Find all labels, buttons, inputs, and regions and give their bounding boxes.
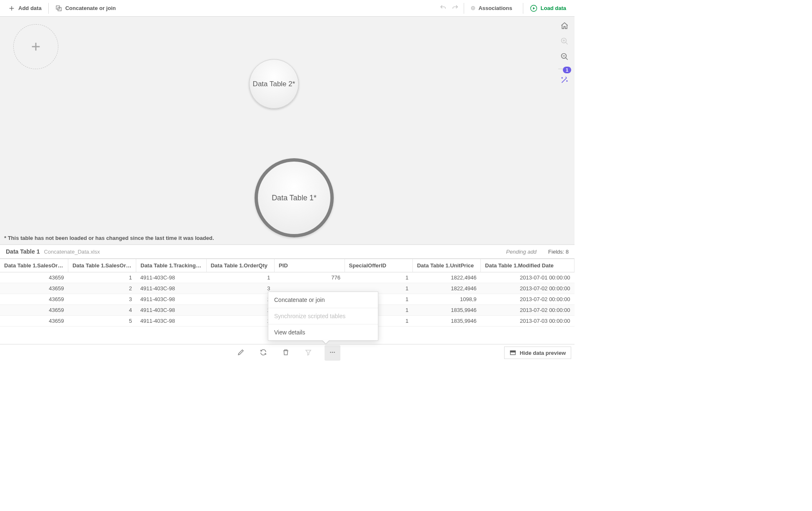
zoom-out-button[interactable] — [560, 52, 569, 62]
filter-button — [302, 346, 315, 360]
table-bubble-1-label: Data Table 1* — [272, 194, 317, 202]
table-cell: 3 — [206, 283, 274, 294]
column-header[interactable]: Data Table 1.Modified Date — [481, 259, 575, 272]
hide-preview-label: Hide data preview — [520, 350, 566, 356]
zoom-out-icon — [560, 52, 569, 61]
trash-icon — [282, 349, 290, 356]
load-data-button[interactable]: Load data — [526, 2, 570, 15]
top-toolbar: Add data Concatenate or join Association… — [0, 0, 575, 17]
table-cell: 2013-07-02 00:00:00 — [481, 305, 575, 316]
table-bubble-1[interactable]: Data Table 1* — [255, 158, 334, 237]
table-cell: 4911-403C-98 — [136, 316, 206, 327]
table-cell: 43659 — [0, 294, 68, 305]
table-bubble-2[interactable]: Data Table 2* — [249, 59, 299, 109]
table-cell: 1 — [206, 305, 274, 316]
wand-icon — [560, 76, 569, 84]
ctx-arrow-icon — [322, 340, 329, 344]
chevron-down-icon — [515, 6, 516, 11]
table-cell: 43659 — [0, 283, 68, 294]
canvas-footnote: * This table has not been loaded or has … — [4, 235, 214, 241]
recommendations-badge: 1 — [563, 67, 571, 73]
table-cell: 4 — [68, 305, 136, 316]
table-cell: 1 — [345, 272, 412, 283]
more-button[interactable] — [325, 345, 340, 361]
redo-button[interactable] — [449, 2, 461, 15]
svg-point-4 — [472, 7, 474, 9]
column-header[interactable]: PID — [275, 259, 345, 272]
context-menu: Concatenate or join Synchronize scripted… — [268, 292, 378, 341]
table-cell: 4911-403C-98 — [136, 294, 206, 305]
table-cell: 2 — [68, 283, 136, 294]
recommendations-button[interactable]: 1 — [560, 76, 569, 85]
concat-join-label: Concatenate or join — [65, 5, 116, 11]
plus-icon — [8, 5, 15, 12]
column-header[interactable]: Data Table 1.SalesOr… — [0, 259, 68, 272]
delete-button[interactable] — [280, 346, 292, 360]
svg-point-20 — [330, 352, 331, 353]
refresh-button[interactable] — [257, 346, 270, 360]
column-header[interactable]: Data Table 1.SalesOr… — [68, 259, 136, 272]
eye-icon — [471, 6, 475, 10]
refresh-icon — [260, 349, 267, 356]
svg-point-17 — [562, 77, 562, 78]
home-button[interactable] — [560, 22, 569, 31]
table-cell: 1098,9 — [412, 294, 480, 305]
table-cell: 43659 — [0, 316, 68, 327]
panel-icon — [510, 349, 516, 356]
hide-preview-button[interactable]: Hide data preview — [504, 346, 571, 359]
table-cell: 2013-07-02 00:00:00 — [481, 283, 575, 294]
associations-button[interactable]: Associations — [467, 2, 520, 14]
svg-point-21 — [332, 352, 333, 353]
column-header[interactable]: Data Table 1.UnitPrice — [412, 259, 480, 272]
filter-icon — [305, 349, 312, 356]
svg-line-11 — [566, 42, 568, 45]
table-cell: 1 — [68, 272, 136, 283]
table-cell: 1 — [206, 316, 274, 327]
table-cell: 4911-403C-98 — [136, 272, 206, 283]
associations-label: Associations — [478, 5, 512, 11]
table-cell: 4911-403C-98 — [136, 305, 206, 316]
add-data-button[interactable]: Add data — [4, 2, 46, 14]
preview-fields-count: Fields: 8 — [548, 249, 569, 255]
table-cell: 43659 — [0, 305, 68, 316]
svg-marker-19 — [306, 350, 311, 355]
preview-file-name: Concatenate_Data.xlsx — [44, 249, 100, 255]
toolbar-separator — [48, 3, 49, 14]
svg-rect-24 — [510, 351, 515, 352]
undo-icon — [440, 4, 447, 11]
add-data-label: Add data — [18, 5, 42, 11]
toolbar-separator — [523, 3, 523, 14]
load-data-label: Load data — [541, 5, 566, 11]
zoom-in-icon — [560, 37, 569, 45]
undo-button[interactable] — [437, 2, 449, 15]
table-cell: 2013-07-03 00:00:00 — [481, 316, 575, 327]
plus-icon — [30, 41, 42, 52]
preview-header: Data Table 1 Concatenate_Data.xlsx Pendi… — [0, 245, 575, 259]
table-cell: 1 — [206, 272, 274, 283]
play-circle-icon — [530, 5, 537, 12]
add-source-bubble[interactable] — [13, 24, 58, 69]
table-cell: 3 — [68, 294, 136, 305]
bottom-action-bar: Hide data preview — [0, 344, 575, 361]
more-icon — [329, 349, 336, 356]
column-header[interactable]: Data Table 1.OrderQty — [206, 259, 274, 272]
column-header[interactable]: SpecialOfferID — [345, 259, 412, 272]
ctx-concat-join[interactable]: Concatenate or join — [268, 292, 378, 308]
table-cell: 1 — [206, 294, 274, 305]
right-rail: 1 — [555, 17, 575, 85]
column-header[interactable]: Data Table 1.Tracking… — [136, 259, 206, 272]
toolbar-separator — [464, 3, 464, 14]
edit-button[interactable] — [235, 346, 247, 360]
data-model-canvas[interactable]: Data Table 2* Data Table 1* * This table… — [0, 17, 575, 245]
svg-point-18 — [567, 81, 567, 82]
table-cell: 4911-403C-98 — [136, 283, 206, 294]
table-row[interactable]: 4365914911-403C-98177611822,49462013-07-… — [0, 272, 575, 283]
svg-point-22 — [334, 352, 335, 353]
redo-icon — [452, 4, 459, 11]
table-bubble-2-label: Data Table 2* — [253, 80, 295, 88]
ctx-view-details[interactable]: View details — [268, 324, 378, 340]
concat-join-button[interactable]: Concatenate or join — [51, 2, 120, 14]
zoom-in-button[interactable] — [560, 37, 569, 47]
preview-table-name: Data Table 1 — [6, 248, 40, 255]
pencil-icon — [237, 349, 245, 356]
